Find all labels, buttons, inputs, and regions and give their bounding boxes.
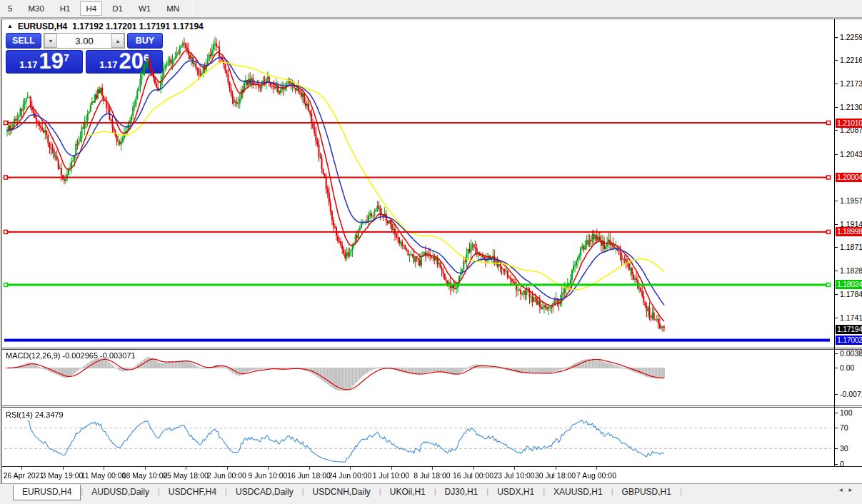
price-tick-label: 1.22160: [840, 56, 862, 64]
chart-tab-audusd-daily[interactable]: AUDUSD,Daily: [83, 485, 158, 500]
rsi-label: RSI(14) 24.3479: [6, 410, 64, 419]
price-tick-label: 1.17840: [840, 291, 862, 298]
timeframe-button-5[interactable]: 5: [2, 1, 18, 16]
time-tick-label: 18 May 10:00: [122, 471, 168, 480]
macd-tick-mark: [835, 353, 838, 354]
macd-label: MACD(12,26,9) -0.002965 -0.003071: [6, 351, 136, 360]
time-tick-label: 2 Jun 00:00: [207, 471, 246, 480]
rsi-tick-mark: [835, 428, 838, 428]
chart-tab-xauusd-h1[interactable]: XAUUSD,H1: [545, 485, 611, 500]
time-tick-label: 24 Jun 00:00: [329, 471, 372, 480]
macd-tick-label: 0.003873: [840, 350, 862, 358]
macd-tick-label: 0.00: [840, 364, 854, 372]
price-tag-1.18024: 1.18024: [836, 280, 862, 289]
price-tick-mark: [835, 201, 838, 201]
time-tick-label: 9 Jun 10:00: [249, 471, 288, 480]
chart-tab-eurusd-h4[interactable]: EURUSD,H4: [13, 485, 81, 500]
tab-scroll-left-icon[interactable]: ◄: [838, 487, 848, 493]
time-tick-mark: [473, 467, 474, 470]
macd-tick-mark: [835, 368, 838, 368]
time-tick-label: 16 Jun 18:00: [287, 471, 331, 480]
time-tick-mark: [186, 467, 186, 470]
price-tick-label: 1.18280: [840, 267, 862, 275]
tab-separator: |: [680, 487, 682, 495]
price-tick-label: 1.17410: [840, 314, 862, 322]
chart-tab-usdx-h1[interactable]: USDX,H1: [488, 485, 543, 500]
rsi-panel-splitter[interactable]: [2, 405, 862, 406]
chart-tab-gbpusd-h1[interactable]: GBPUSD,H1: [613, 485, 680, 500]
rsi-tick-mark: [835, 448, 838, 449]
rsi-panel-splitter-inner: [2, 407, 862, 408]
time-tick-mark: [63, 467, 64, 470]
price-tick-label: 1.20430: [840, 151, 862, 158]
price-tick-mark: [835, 60, 838, 61]
price-tick-label: 1.20870: [840, 126, 862, 134]
timeframe-button-h1[interactable]: H1: [54, 1, 76, 16]
price-tag-1.18998: 1.18998: [836, 227, 862, 236]
time-tick-mark: [104, 467, 104, 470]
time-tick-label: 16 Jul 00:00: [453, 471, 493, 480]
chart-tab-ukoil-h1[interactable]: UKOil,H1: [381, 485, 434, 500]
time-tick-label: 7 Aug 00:00: [576, 471, 616, 480]
timeframe-button-h4[interactable]: H4: [80, 1, 102, 16]
rsi-tick-label: 70: [840, 424, 848, 432]
timeframe-button-m30[interactable]: M30: [22, 1, 49, 16]
time-tick-mark: [309, 467, 310, 470]
rsi-tick-label: 30: [840, 445, 848, 453]
timeframe-button-w1[interactable]: W1: [133, 1, 156, 16]
macd-panel-splitter[interactable]: [2, 348, 862, 348]
time-tick-mark: [391, 467, 392, 470]
toolbar-separator: [193, 1, 194, 16]
time-tick-mark: [556, 467, 556, 470]
time-tick-mark: [21, 467, 22, 470]
rsi-indicator-canvas[interactable]: [3, 408, 834, 465]
timeframe-button-mn[interactable]: MN: [161, 1, 185, 16]
time-tick-mark: [514, 467, 515, 470]
price-axis-border: [834, 19, 835, 466]
mt4-window: 5M30H1H4D1W1MN ▲ EURUSD,H4 1.17192 1.172…: [0, 0, 862, 504]
chart-tab-usdchf-h4[interactable]: USDCHF,H4: [160, 485, 225, 500]
price-tick-mark: [835, 154, 838, 155]
chart-window-border-left: [1, 19, 2, 504]
price-tick-label: 1.18710: [840, 243, 862, 251]
time-tick-label: 26 Apr 2021: [4, 471, 44, 480]
price-tag-1.17194: 1.17194: [836, 325, 862, 334]
main-chart-canvas[interactable]: [3, 29, 834, 348]
macd-tick-label: -0.00719: [840, 390, 862, 398]
time-tick-label: 25 May 18:00: [163, 471, 209, 480]
price-tick-mark: [835, 294, 838, 295]
chart-window-border-top: [1, 19, 862, 19]
chart-tabs-bar: EURUSD,H4|AUDUSD,Daily|USDCHF,H4|USDCAD,…: [0, 483, 862, 504]
price-tick-mark: [835, 247, 838, 248]
price-tick-mark: [835, 224, 838, 225]
price-tag-1.21010: 1.21010: [836, 119, 862, 128]
time-tick-mark: [268, 467, 269, 470]
price-tick-mark: [835, 318, 838, 318]
macd-panel-splitter-inner: [2, 349, 862, 350]
rsi-tick-label: 0: [840, 460, 844, 468]
time-tick-mark: [227, 467, 228, 470]
timeframe-button-d1[interactable]: D1: [106, 1, 129, 16]
price-tick-label: 1.22590: [840, 34, 862, 41]
time-tick-label: 3 May 19:00: [42, 471, 84, 480]
macd-tick-mark: [835, 394, 838, 395]
tab-scroll-right-icon[interactable]: ►: [848, 487, 858, 493]
time-tick-mark: [432, 467, 433, 470]
tab-scroll-arrows[interactable]: ◄►: [838, 487, 858, 493]
price-tick-mark: [835, 37, 838, 38]
price-tick-mark: [835, 84, 838, 84]
time-tick-label: 11 May 00:00: [81, 471, 126, 480]
macd-values: -0.002965 -0.003071: [62, 351, 135, 360]
rsi-tick-mark: [835, 464, 838, 465]
chart-tab-dj30-h1[interactable]: DJ30,H1: [436, 485, 487, 500]
time-tick-mark: [596, 467, 597, 470]
price-tag-1.20004: 1.20004: [836, 173, 862, 182]
time-tick-mark: [350, 467, 351, 470]
price-tick-label: 1.21730: [840, 80, 862, 88]
time-tick-label: 8 Jul 18:00: [414, 471, 450, 480]
time-tick-label: 30 Jul 18:00: [535, 471, 576, 480]
timeframe-toolbar: 5M30H1H4D1W1MN: [0, 0, 862, 18]
price-tag-1.17002: 1.17002: [836, 336, 862, 345]
chart-tab-usdcad-daily[interactable]: USDCAD,Daily: [227, 485, 302, 500]
chart-tab-usdcnh-daily[interactable]: USDCNH,Daily: [304, 485, 379, 500]
